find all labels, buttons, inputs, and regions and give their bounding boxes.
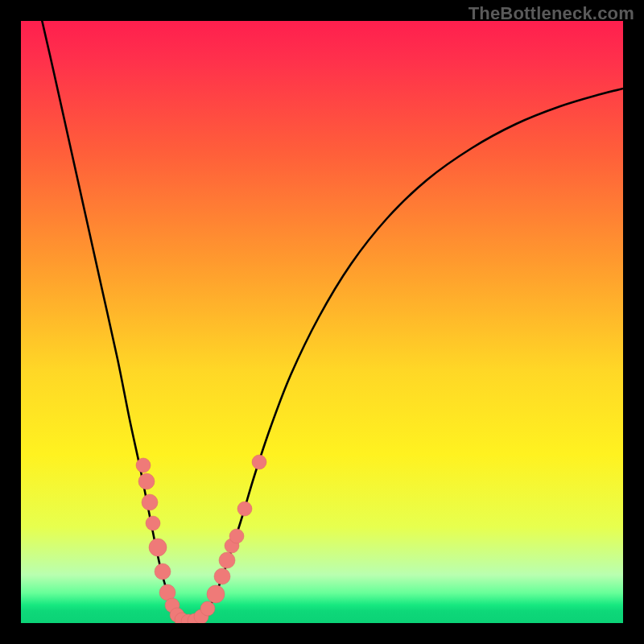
sample-dot <box>207 585 225 603</box>
sample-dot <box>229 529 244 543</box>
bottleneck-curve <box>40 21 623 622</box>
sample-dot <box>155 564 171 580</box>
chart-frame: TheBottleneck.com <box>0 0 644 644</box>
plot-area <box>21 21 623 623</box>
sample-dot <box>252 455 266 469</box>
sample-dot <box>200 601 215 616</box>
sample-dot <box>214 568 230 584</box>
sample-dot <box>219 552 235 568</box>
sample-dot <box>237 502 252 516</box>
sample-dot <box>136 458 151 473</box>
sample-dot <box>146 516 160 530</box>
sample-dots <box>136 455 266 623</box>
sample-dot <box>138 473 155 489</box>
watermark-text: TheBottleneck.com <box>469 3 634 24</box>
sample-dot <box>149 539 167 556</box>
sample-dot <box>142 494 158 510</box>
curve-layer <box>21 21 623 623</box>
